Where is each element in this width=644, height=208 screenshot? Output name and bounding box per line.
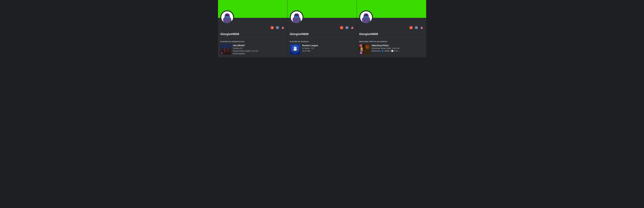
avatar-area-1: 🌙 <box>218 18 287 27</box>
svg-marker-42 <box>351 26 354 29</box>
svg-text:🌙: 🌙 <box>340 26 343 29</box>
svg-rect-24 <box>220 44 231 48</box>
username-2: Giorgio#0609 <box>290 32 354 36</box>
svg-text:🌙: 🌙 <box>410 26 412 29</box>
card-valorant: 🌙 <box>218 0 287 57</box>
activity-sub-3-1: Minecraft | 👤 18580 | 🕐 2:47:... <box>372 50 424 52</box>
activity-item-1: VALORANT Custom 2-1 Closed Party Leader … <box>220 44 285 55</box>
svg-point-51 <box>296 51 297 51</box>
dnd-icon-3[interactable]: 🌙 <box>409 25 413 30</box>
svg-point-14 <box>278 27 278 28</box>
twitch-thumb <box>359 44 370 55</box>
activity-sub-1-0: Custom 2-1 <box>233 47 285 50</box>
more-icon-2[interactable] <box>345 25 349 30</box>
activity-section-1: PLAYING AS GIORGIO#1234 <box>218 41 287 57</box>
valorant-thumb <box>220 44 231 55</box>
card-twitch: 🌙 <box>357 0 426 57</box>
divider-1 <box>220 37 285 37</box>
dnd-icon-2[interactable]: 🌙 <box>340 25 344 30</box>
activity-label-2: PLAYING AS GIORGIO <box>290 41 354 42</box>
avatar-3 <box>359 10 373 24</box>
svg-rect-83 <box>361 47 362 49</box>
cards-container: 🌙 <box>218 0 426 57</box>
activity-section-2: PLAYING AS GIORGIO <box>288 41 357 57</box>
activity-title-3: Watching Philza <box>372 44 424 47</box>
avatar-2 <box>290 10 304 24</box>
svg-marker-70 <box>420 26 423 29</box>
svg-point-40 <box>346 27 347 28</box>
svg-rect-84 <box>360 44 362 47</box>
status-dot-2 <box>299 21 302 24</box>
play-icon-2[interactable] <box>350 25 354 30</box>
activity-details-2: Rocket League In Game - 3:1 01:07 left <box>302 44 354 52</box>
more-icon-1[interactable] <box>276 25 280 30</box>
svg-rect-47 <box>294 49 296 50</box>
play-icon-1[interactable] <box>281 25 285 30</box>
activity-title-2: Rocket League <box>302 44 354 47</box>
activity-title-1: VALORANT <box>233 44 285 47</box>
profile-info-1: Giorgio#0609 <box>218 31 287 41</box>
avatar-area-3: 🌙 <box>357 18 426 27</box>
activity-sub-2-0: In Game - 3:1 <box>302 47 354 50</box>
svg-point-12 <box>276 27 277 28</box>
more-icon-3[interactable] <box>414 25 418 30</box>
username-1: Giorgio#0609 <box>220 32 285 36</box>
activity-sub-2-1: 01:07 left <box>302 50 354 52</box>
card-rocketleague: 🌙 <box>287 0 357 57</box>
status-dot-1 <box>230 21 233 24</box>
svg-point-41 <box>347 27 348 28</box>
activity-details-3: Watching Philza christmas stream hello :… <box>372 44 424 52</box>
divider-3 <box>359 37 424 37</box>
activity-item-3: Watching Philza christmas stream hello :… <box>359 44 424 55</box>
svg-point-68 <box>416 27 417 28</box>
action-icons-2: 🌙 <box>340 25 354 30</box>
action-icons-3: 🌙 <box>409 25 424 30</box>
svg-point-39 <box>346 27 346 28</box>
activity-sub-3-0: christmas stream hello :) we chil... <box>372 47 424 50</box>
svg-point-45 <box>294 47 295 48</box>
svg-rect-19 <box>222 48 224 52</box>
svg-rect-18 <box>221 48 222 52</box>
activity-label-3: WATCHING TWITCH AS GIORGIO <box>359 41 424 42</box>
activity-section-3: WATCHING TWITCH AS GIORGIO <box>357 41 426 57</box>
profile-info-3: Giorgio#0609 <box>357 31 426 41</box>
dnd-icon-1[interactable]: 🌙 <box>270 25 274 30</box>
svg-rect-86 <box>360 52 362 53</box>
avatar-area-2: 🌙 <box>288 18 357 27</box>
svg-rect-21 <box>226 48 227 52</box>
activity-sub-1-2: 03:59 elapsed <box>233 52 285 55</box>
svg-rect-23 <box>229 49 230 52</box>
profile-info-2: Giorgio#0609 <box>288 31 357 41</box>
svg-text:🌙: 🌙 <box>271 26 274 29</box>
svg-point-69 <box>417 27 417 28</box>
activity-label-1: PLAYING AS GIORGIO#1234 <box>220 41 285 42</box>
activity-details-1: VALORANT Custom 2-1 Closed Party Leader … <box>233 44 285 55</box>
rocket-thumb <box>290 44 300 55</box>
action-icons-1: 🌙 <box>270 25 285 30</box>
activity-item-2: Rocket League In Game - 3:1 01:07 left <box>290 44 354 55</box>
divider-2 <box>290 37 354 37</box>
activity-sub-1-1: Closed Party Leader (1 of 12) <box>233 50 285 52</box>
status-dot-3 <box>369 21 372 24</box>
svg-rect-20 <box>224 47 226 52</box>
svg-point-67 <box>416 27 416 28</box>
svg-rect-22 <box>228 47 229 52</box>
username-3: Giorgio#0609 <box>359 32 424 36</box>
play-icon-3[interactable] <box>420 25 424 30</box>
svg-marker-15 <box>282 26 284 29</box>
twitch-sub-avatar <box>360 51 362 54</box>
avatar-1 <box>220 10 234 24</box>
svg-point-50 <box>294 51 294 51</box>
svg-point-13 <box>277 27 278 28</box>
